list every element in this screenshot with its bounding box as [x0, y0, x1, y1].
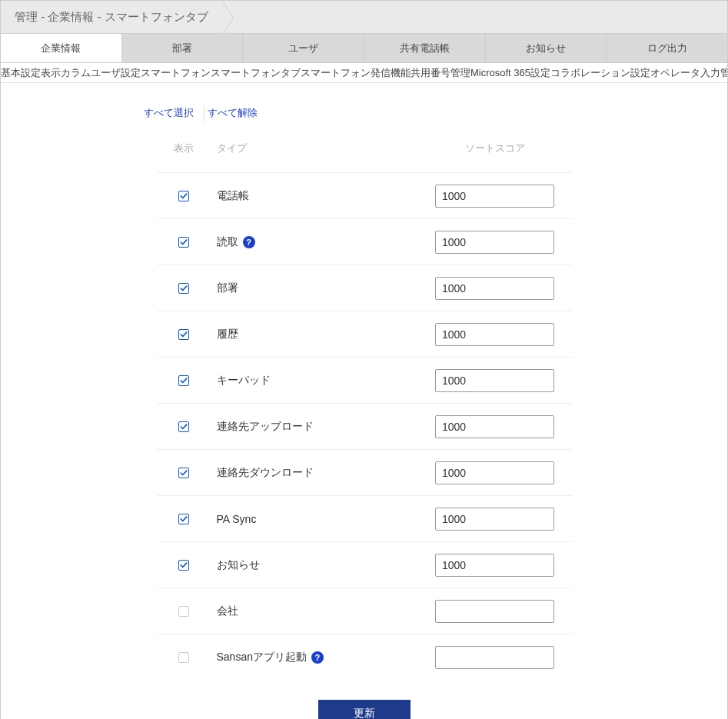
update-button[interactable]: 更新 [318, 700, 411, 719]
select-all-link[interactable]: すべて選択 [144, 106, 194, 120]
type-label: キーパッド [217, 374, 271, 388]
type-label: Sansanアプリ起動 [217, 651, 307, 664]
help-icon[interactable]: ? [311, 651, 324, 664]
sort-score-input[interactable] [435, 185, 554, 208]
type-label: 会社 [217, 604, 238, 618]
show-checkbox[interactable] [178, 283, 189, 294]
sub-tab-5[interactable]: スマートフォン発信機能 [301, 66, 411, 80]
sort-score-input[interactable] [435, 323, 554, 346]
show-checkbox[interactable] [178, 468, 189, 478]
type-label: 連絡先アップロード [217, 420, 314, 434]
sub-tab-4[interactable]: スマートフォンタブ [211, 66, 301, 80]
main-tab-0[interactable]: 企業情報 [1, 34, 122, 62]
show-checkbox[interactable] [178, 652, 189, 663]
show-checkbox[interactable] [178, 237, 189, 248]
divider [204, 105, 204, 121]
main-tab-5[interactable]: ログ出力 [607, 34, 727, 62]
smartphone-tab-table: 表示 タイプ ソートスコア 電話帳読取?部署履歴キーパッド連絡先アップロード連絡… [157, 141, 572, 680]
table-row: お知らせ [157, 541, 572, 588]
table-row: 部署 [157, 265, 572, 311]
table-row: 読取? [157, 218, 572, 265]
deselect-all-link[interactable]: すべて解除 [208, 106, 258, 120]
sub-tab-6[interactable]: 共用番号管理 [411, 66, 470, 80]
show-checkbox[interactable] [178, 421, 189, 432]
table-row: キーパッド [157, 357, 572, 403]
show-checkbox[interactable] [178, 375, 189, 386]
main-tab-4[interactable]: お知らせ [486, 34, 607, 62]
breadcrumb-item: 管理 - 企業情報 - スマートフォンタブ [1, 1, 222, 33]
main-tab-1[interactable]: 部署 [122, 34, 244, 62]
main-tab-3[interactable]: 共有電話帳 [364, 34, 486, 62]
table-row: 会社 [157, 588, 572, 634]
sub-tabs: 基本設定表示カラムユーザ設定スマートフォンスマートフォンタブスマートフォン発信機… [1, 63, 727, 83]
table-row: 連絡先ダウンロード [157, 449, 572, 495]
header-score: ソートスコア [418, 141, 572, 155]
type-label: 履歴 [217, 328, 238, 341]
show-checkbox[interactable] [178, 514, 189, 524]
table-row: 電話帳 [157, 172, 572, 218]
sort-score-input[interactable] [435, 508, 554, 531]
sort-score-input[interactable] [435, 461, 554, 484]
type-label: PA Sync [217, 513, 257, 525]
sort-score-input[interactable] [435, 554, 554, 577]
sort-score-input[interactable] [435, 277, 554, 300]
sort-score-input[interactable] [435, 600, 554, 623]
type-label: 電話帳 [217, 189, 249, 203]
sub-tab-9[interactable]: オペレータ入力管理 [650, 66, 727, 80]
sub-tab-7[interactable]: Microsoft 365設定 [470, 66, 550, 80]
table-row: 履歴 [157, 311, 572, 357]
sort-score-input[interactable] [435, 231, 554, 254]
show-checkbox[interactable] [178, 560, 189, 571]
type-label: 部署 [217, 281, 238, 295]
sub-tab-2[interactable]: ユーザ設定 [91, 66, 141, 80]
show-checkbox[interactable] [178, 329, 189, 340]
header-show: 表示 [157, 141, 211, 155]
table-row: Sansanアプリ起動? [157, 634, 572, 680]
main-tab-2[interactable]: ユーザ [243, 34, 364, 62]
show-checkbox[interactable] [178, 191, 189, 201]
sort-score-input[interactable] [435, 369, 554, 392]
sort-score-input[interactable] [435, 646, 554, 669]
sub-tab-8[interactable]: コラボレーション設定 [550, 66, 650, 80]
type-label: お知らせ [217, 558, 260, 572]
select-links: すべて選択 すべて解除 [144, 106, 696, 120]
breadcrumb: 管理 - 企業情報 - スマートフォンタブ [1, 0, 727, 34]
sort-score-input[interactable] [435, 415, 554, 438]
help-icon[interactable]: ? [243, 236, 255, 248]
table-header: 表示 タイプ ソートスコア [157, 141, 572, 172]
table-row: 連絡先アップロード [157, 403, 572, 449]
show-checkbox[interactable] [178, 606, 189, 617]
table-row: PA Sync [157, 495, 572, 541]
type-label: 連絡先ダウンロード [217, 466, 314, 480]
sub-tab-1[interactable]: 表示カラム [41, 66, 91, 80]
sub-tab-3[interactable]: スマートフォン [141, 66, 211, 80]
main-tabs: 企業情報部署ユーザ共有電話帳お知らせログ出力 [1, 34, 727, 63]
header-type: タイプ [211, 141, 418, 155]
sub-tab-0[interactable]: 基本設定 [1, 66, 41, 80]
type-label: 読取 [217, 235, 238, 249]
